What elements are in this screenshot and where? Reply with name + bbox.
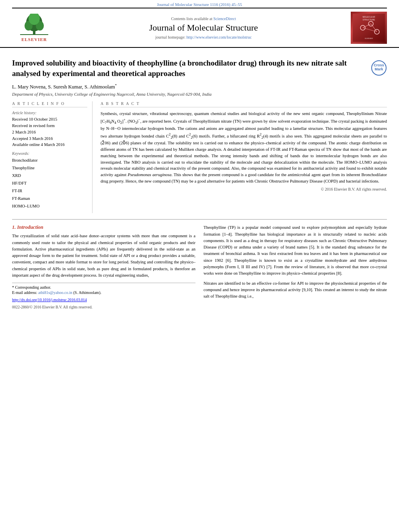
- page-wrapper: Journal of Molecular Structure 1116 (201…: [0, 0, 399, 532]
- keyword-xrd: XRD: [12, 172, 87, 180]
- keyword-homolumo: HOMO–LUMO: [12, 203, 87, 210]
- journal-reference-text: Journal of Molecular Structure 1116 (201…: [157, 2, 242, 7]
- authors-text: L. Mary Novena, S. Suresh Kumar, S. Athi…: [12, 84, 115, 90]
- article-title-section: Improved solubility and bioactivity of t…: [12, 58, 387, 78]
- keyword-ftraman: FT-Raman: [12, 195, 87, 203]
- keywords-list: Bronchodilator Theophylline XRD HF/DFT F…: [12, 157, 87, 210]
- intro-left-column: 1. Introduction The crystallization of s…: [12, 224, 195, 309]
- keywords-label: Keywords:: [12, 151, 87, 156]
- history-received: Received 10 October 2015: [12, 116, 87, 123]
- journal-cover-image: MOLECULAR STRUCTURE ELSEVIER: [351, 12, 387, 44]
- intro-right-text: Theophylline (TP) is a popular model com…: [204, 224, 387, 277]
- article-title: Improved solubility and bioactivity of t…: [12, 58, 371, 78]
- history-accepted: Accepted 3 March 2016: [12, 136, 87, 142]
- svg-text:MOLECULAR: MOLECULAR: [362, 16, 375, 18]
- corresponding-marker: *: [115, 83, 117, 87]
- history-label: Article history:: [12, 111, 87, 115]
- keyword-ftir: FT-IR: [12, 187, 87, 195]
- abstract-header: A B S T R A C T: [101, 101, 387, 107]
- affiliation: Department of Physics, University Colleg…: [12, 92, 387, 97]
- journal-homepage: journal homepage: http://www.elsevier.co…: [56, 35, 351, 39]
- issn-line: 0022-2860/© 2016 Elsevier B.V. All right…: [12, 305, 195, 309]
- journal-title: Journal of Molecular Structure: [56, 23, 351, 33]
- copyright-line: © 2016 Elsevier B.V. All rights reserved…: [101, 187, 387, 191]
- journal-center: Contents lists available at ScienceDirec…: [56, 16, 351, 39]
- history-revised-date: 2 March 2016: [12, 129, 87, 136]
- svg-text:Mark: Mark: [374, 67, 383, 71]
- introduction-title: 1. Introduction: [12, 224, 195, 230]
- article-history-group: Article history: Received 10 October 201…: [12, 111, 87, 148]
- elsevier-logo-area: ELSEVIER: [12, 14, 56, 42]
- svg-text:STRUCTURE: STRUCTURE: [363, 18, 375, 21]
- keyword-bronchodilator: Bronchodilator: [12, 157, 87, 164]
- science-direct-line: Contents lists available at ScienceDirec…: [56, 16, 351, 21]
- email-note: E-mail address: athi81s@yahoo.co.in (S. …: [12, 290, 195, 295]
- intro-right-text-2: Nitrates are identified to be an effecti…: [204, 280, 387, 300]
- svg-text:Cross: Cross: [374, 63, 384, 67]
- footnote-area: * Corresponding author. E-mail address: …: [12, 283, 195, 309]
- article-info-abstract-section: A R T I C L E I N F O Article history: R…: [12, 101, 387, 213]
- authors: L. Mary Novena, S. Suresh Kumar, S. Athi…: [12, 83, 387, 90]
- crossmark-badge-icon: Cross Mark: [371, 60, 387, 76]
- corresponding-author-note: * Corresponding author.: [12, 285, 195, 290]
- cover-image-svg: MOLECULAR STRUCTURE ELSEVIER: [353, 14, 385, 42]
- history-online: Available online 4 March 2016: [12, 142, 87, 148]
- section-divider: [12, 219, 387, 220]
- abstract-column: A B S T R A C T Synthesis, crystal struc…: [101, 101, 387, 213]
- keywords-group: Keywords: Bronchodilator Theophylline XR…: [12, 151, 87, 210]
- article-info-column: A R T I C L E I N F O Article history: R…: [12, 101, 93, 213]
- intro-left-text: The crystallization of solid state acid–…: [12, 233, 195, 279]
- svg-text:ELSEVIER: ELSEVIER: [365, 37, 373, 39]
- main-content: Improved solubility and bioactivity of t…: [0, 48, 399, 532]
- intro-right-column: Theophylline (TP) is a popular model com…: [204, 224, 387, 309]
- keyword-theophylline: Theophylline: [12, 164, 87, 172]
- abstract-text: Synthesis, crystal structure, vibrationa…: [101, 111, 387, 184]
- top-reference: Journal of Molecular Structure 1116 (201…: [0, 0, 399, 8]
- article-info-header: A R T I C L E I N F O: [12, 101, 87, 107]
- email-name: (S. Athimoolam).: [73, 290, 101, 295]
- science-direct-link[interactable]: ScienceDirect: [213, 16, 236, 21]
- elsevier-tree-icon: [18, 14, 50, 36]
- doi-link[interactable]: http://dx.doi.org/10.1016/j.molstruc.201…: [12, 298, 87, 302]
- journal-header: ELSEVIER Contents lists available at Sci…: [0, 8, 399, 48]
- homepage-url[interactable]: http://www.elsevier.com/locate/molstruc: [187, 35, 252, 39]
- email-link[interactable]: athi81s@yahoo.co.in: [38, 290, 72, 295]
- introduction-section: 1. Introduction The crystallization of s…: [12, 224, 387, 309]
- elsevier-label: ELSEVIER: [21, 37, 47, 42]
- history-revised-label: Received in revised form: [12, 123, 87, 129]
- doi-line: http://dx.doi.org/10.1016/j.molstruc.201…: [12, 298, 195, 302]
- keyword-hfdft: HF/DFT: [12, 180, 87, 187]
